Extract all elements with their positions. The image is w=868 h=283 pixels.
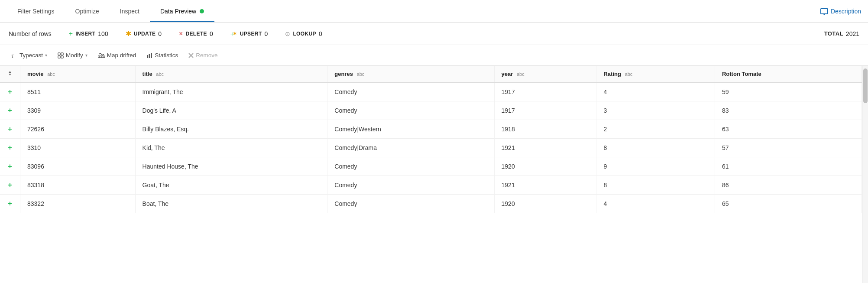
tab-data-preview[interactable]: Data Preview xyxy=(150,0,214,22)
cell-title: Immigrant, The xyxy=(135,82,327,101)
row-insert-indicator: + xyxy=(0,120,20,139)
scrollbar-track[interactable] xyxy=(862,66,868,283)
cell-year: 1920 xyxy=(494,195,596,213)
modify-icon xyxy=(58,52,64,59)
stat-upsert: + ✱ UPSERT 0 xyxy=(230,30,268,37)
table-scroll[interactable]: movie abc title abc genres abc xyxy=(0,66,862,283)
main-content: Filter Settings Optimize Inspect Data Pr… xyxy=(0,0,868,283)
cell-movie: 83318 xyxy=(20,176,136,195)
cell-year: 1921 xyxy=(494,176,596,195)
cell-rating: 2 xyxy=(596,120,715,139)
stat-lookup: ⊙ LOOKUP 0 xyxy=(285,30,322,37)
update-label: UPDATE xyxy=(134,31,156,37)
cell-rotton: 59 xyxy=(715,82,862,101)
page-wrapper: Filter Settings Optimize Inspect Data Pr… xyxy=(0,0,868,283)
map-drifted-icon xyxy=(98,52,105,59)
sort-both-icon xyxy=(7,70,13,76)
table-row: +72626Billy Blazes, Esq.Comedy|Western19… xyxy=(0,120,862,139)
svg-rect-4 xyxy=(61,55,63,58)
svg-rect-2 xyxy=(61,52,63,55)
description-button[interactable]: Description xyxy=(820,8,861,15)
table-wrapper: movie abc title abc genres abc xyxy=(0,66,868,283)
table-row: +3309Dog's Life, AComedy1917383 xyxy=(0,101,862,120)
remove-button[interactable]: Remove xyxy=(184,50,222,61)
upsert-value: 0 xyxy=(265,30,268,37)
cell-rotton: 83 xyxy=(715,101,862,120)
cell-movie: 83322 xyxy=(20,195,136,213)
cell-rating: 4 xyxy=(596,195,715,213)
cell-title: Kid, The xyxy=(135,139,327,157)
upsert-icon: + ✱ xyxy=(230,30,237,37)
cell-genres: Comedy xyxy=(327,195,494,213)
total-value: 2021 xyxy=(846,30,859,37)
col-rating[interactable]: Rating abc xyxy=(596,66,715,82)
cell-title: Billy Blazes, Esq. xyxy=(135,120,327,139)
remove-icon xyxy=(188,53,194,58)
total-label: TOTAL xyxy=(824,30,843,37)
table-row: +8511Immigrant, TheComedy1917459 xyxy=(0,82,862,101)
lookup-icon: ⊙ xyxy=(285,30,290,37)
cell-title: Goat, The xyxy=(135,176,327,195)
table-row: +83096Haunted House, TheComedy1920961 xyxy=(0,157,862,176)
modify-button[interactable]: Modify ▾ xyxy=(53,50,92,61)
stat-update: ✱ UPDATE 0 xyxy=(126,29,162,38)
cell-rotton: 61 xyxy=(715,157,862,176)
svg-rect-11 xyxy=(151,53,152,58)
cell-year: 1917 xyxy=(494,82,596,101)
col-rotton-tomatoes[interactable]: Rotton Tomate xyxy=(715,66,862,82)
cell-year: 1917 xyxy=(494,101,596,120)
tab-filter-settings[interactable]: Filter Settings xyxy=(7,0,65,22)
cell-rating: 8 xyxy=(596,139,715,157)
cell-rating: 3 xyxy=(596,101,715,120)
col-title[interactable]: title abc xyxy=(135,66,327,82)
stat-insert: + INSERT 100 xyxy=(69,30,108,38)
svg-rect-3 xyxy=(58,55,60,58)
cell-movie: 3309 xyxy=(20,101,136,120)
cell-year: 1918 xyxy=(494,120,596,139)
col-year[interactable]: year abc xyxy=(494,66,596,82)
cell-movie: 72626 xyxy=(20,120,136,139)
cell-title: Boat, The xyxy=(135,195,327,213)
row-insert-indicator: + xyxy=(0,139,20,157)
row-insert-indicator: + xyxy=(0,101,20,120)
table-row: +3310Kid, TheComedy|Drama1921857 xyxy=(0,139,862,157)
typecast-button[interactable]: T Typecast ▾ xyxy=(7,50,52,61)
cell-year: 1921 xyxy=(494,139,596,157)
cell-genres: Comedy xyxy=(327,176,494,195)
tab-optimize[interactable]: Optimize xyxy=(65,0,110,22)
col-genres[interactable]: genres abc xyxy=(327,66,494,82)
modify-chevron: ▾ xyxy=(85,53,87,58)
svg-text:T: T xyxy=(11,53,14,59)
stat-delete: × DELETE 0 xyxy=(179,30,213,38)
statistics-icon xyxy=(146,52,152,59)
table-row: +83322Boat, TheComedy1920465 xyxy=(0,195,862,213)
col-movie[interactable]: movie abc xyxy=(20,66,136,82)
active-dot xyxy=(200,9,204,13)
insert-icon: + xyxy=(69,30,73,38)
svg-rect-9 xyxy=(147,55,148,58)
typecast-chevron: ▾ xyxy=(45,53,47,58)
col-indicator xyxy=(0,66,20,82)
delete-value: 0 xyxy=(210,30,213,37)
table-row: +83318Goat, TheComedy1921886 xyxy=(0,176,862,195)
statistics-button[interactable]: Statistics xyxy=(142,50,182,61)
cell-genres: Comedy|Drama xyxy=(327,139,494,157)
update-value: 0 xyxy=(158,30,162,37)
table-body: +8511Immigrant, TheComedy1917459+3309Dog… xyxy=(0,82,862,213)
row-insert-indicator: + xyxy=(0,195,20,213)
row-insert-indicator: + xyxy=(0,176,20,195)
cell-genres: Comedy xyxy=(327,101,494,120)
update-icon: ✱ xyxy=(126,29,131,38)
number-of-rows-label: Number of rows xyxy=(9,30,52,37)
description-icon xyxy=(820,8,828,14)
insert-value: 100 xyxy=(98,30,108,37)
scrollbar-thumb[interactable] xyxy=(863,68,868,103)
map-drifted-button[interactable]: Map drifted xyxy=(94,50,141,61)
cell-year: 1920 xyxy=(494,157,596,176)
cell-title: Dog's Life, A xyxy=(135,101,327,120)
cell-movie: 83096 xyxy=(20,157,136,176)
svg-rect-1 xyxy=(58,52,60,55)
cell-rating: 9 xyxy=(596,157,715,176)
lookup-label: LOOKUP xyxy=(293,31,316,37)
tab-inspect[interactable]: Inspect xyxy=(110,0,150,22)
